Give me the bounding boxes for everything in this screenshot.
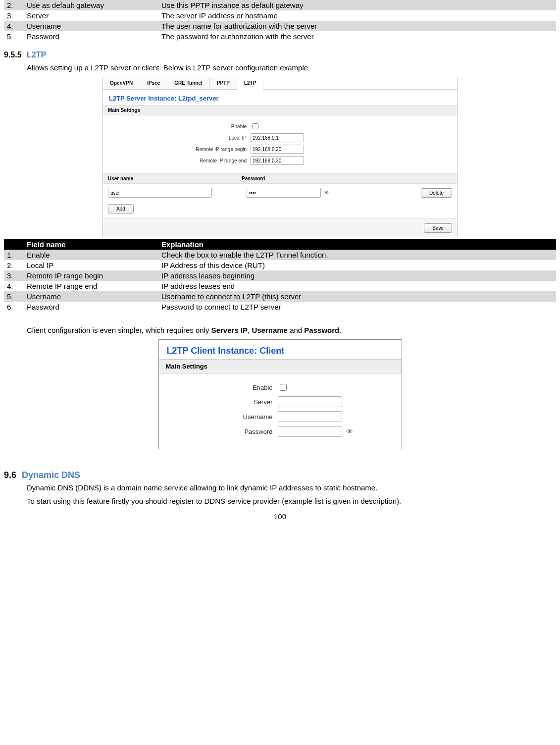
row-num: 4. [4, 21, 24, 31]
col-password: Password [242, 176, 265, 181]
row-num: 1. [4, 250, 24, 260]
table-row: 2. Local IP IP Address of this device (R… [4, 260, 556, 270]
th-field: Field name [24, 239, 158, 250]
th-exp: Explanation [158, 239, 556, 250]
text-seg: . [339, 326, 341, 334]
text-seg: Client configuration is even simpler, wh… [27, 326, 211, 334]
heading-title: L2TP [27, 51, 46, 59]
tab-ipsec[interactable]: IPsec [140, 77, 167, 89]
page-number: 100 [4, 512, 556, 521]
th-blank [4, 239, 24, 250]
row-exp: IP address leases beginning [158, 270, 556, 281]
text-bold: Servers IP [211, 326, 248, 334]
table-row: 4. Username The user name for authorizat… [4, 21, 556, 31]
client-enable-label: Enable [159, 384, 278, 391]
table-row: 6. Password Password to connect to L2TP … [4, 302, 556, 312]
table-row: 4. Remote IP range end IP address leases… [4, 281, 556, 291]
client-instance-title: L2TP Client Instance: Client [159, 340, 402, 359]
instance-title: L2TP Server Instance: L2tpd_server [103, 90, 457, 105]
row-field: Enable [24, 250, 158, 260]
row-exp: The server IP address or hostname [158, 10, 556, 21]
client-username-input[interactable] [278, 411, 342, 422]
client-enable-checkbox[interactable] [280, 384, 287, 391]
heading-num: 9.6 [4, 470, 16, 480]
row-exp: Password to connect to L2TP server [158, 302, 556, 312]
client-main-settings: Main Settings [159, 359, 402, 373]
table-row: 2. Use as default gateway Use this PPTP … [4, 0, 556, 10]
add-button[interactable]: Add [108, 204, 134, 213]
row-field: Use as default gateway [24, 0, 158, 10]
user-table-header: User name Password [103, 173, 457, 184]
row-exp: The user name for authorization with the… [158, 21, 556, 31]
password-input[interactable] [247, 188, 321, 198]
table-row: 5. Username Username to connect to L2TP … [4, 291, 556, 302]
vpn-tabs: OpenVPN IPsec GRE Tunnel PPTP L2TP [103, 77, 457, 90]
table-row: 5. Password The password for authorizati… [4, 31, 556, 42]
row-exp: IP address leases end [158, 281, 556, 291]
row-num: 5. [4, 31, 24, 42]
range-begin-label: Remote IP range begin [103, 147, 251, 152]
delete-button[interactable]: Delete [421, 188, 452, 198]
row-field: Remote IP range end [24, 281, 158, 291]
row-num: 3. [4, 270, 24, 281]
heading-l2tp: 9.5.5 L2TP [4, 51, 556, 59]
client-username-label: Username [159, 413, 278, 421]
table-row: 1. Enable Check the box to enable the L2… [4, 250, 556, 260]
tab-gre[interactable]: GRE Tunnel [167, 77, 209, 89]
row-exp: Username to connect to L2TP (this) serve… [158, 291, 556, 302]
enable-checkbox[interactable] [253, 123, 258, 129]
row-num: 4. [4, 281, 24, 291]
ddns-p1: Dynamic DNS (DDNS) is a domain name serv… [27, 483, 556, 492]
eye-icon[interactable]: 👁 [346, 427, 353, 435]
eye-icon[interactable]: 👁 [324, 190, 329, 196]
username-input[interactable] [108, 188, 212, 198]
local-ip-input[interactable] [251, 133, 304, 142]
row-exp: Check the box to enable the L2TP Tunnel … [158, 250, 556, 260]
tab-l2tp[interactable]: L2TP [237, 77, 263, 90]
row-num: 2. [4, 260, 24, 270]
row-num: 3. [4, 10, 24, 21]
l2tp-params-table: Field name Explanation 1. Enable Check t… [4, 239, 556, 312]
client-password-label: Password [159, 428, 278, 435]
range-end-input[interactable] [251, 156, 304, 165]
l2tp-server-screenshot: OpenVPN IPsec GRE Tunnel PPTP L2TP L2TP … [102, 77, 458, 237]
row-num: 5. [4, 291, 24, 302]
row-field: Username [24, 291, 158, 302]
user-row: 👁 Delete [103, 184, 457, 202]
range-end-label: Remote IP range end [103, 158, 251, 163]
row-field: Local IP [24, 260, 158, 270]
ddns-p2: To start using this feature firstly you … [27, 497, 556, 505]
row-exp: IP Address of this device (RUT) [158, 260, 556, 270]
row-field: Username [24, 21, 158, 31]
row-field: Password [24, 31, 158, 42]
table-row: 3. Server The server IP address or hostn… [4, 10, 556, 21]
text-bold: Username [252, 326, 288, 334]
l2tp-client-screenshot: L2TP Client Instance: Client Main Settin… [158, 339, 402, 449]
client-server-label: Server [159, 398, 278, 406]
table-row: 3. Remote IP range begin IP address leas… [4, 270, 556, 281]
row-field: Remote IP range begin [24, 270, 158, 281]
client-config-text: Client configuration is even simpler, wh… [27, 326, 556, 334]
row-exp: Use this PPTP instance as default gatewa… [158, 0, 556, 10]
enable-label: Enable [103, 124, 251, 129]
row-exp: The password for authorization with the … [158, 31, 556, 42]
local-ip-label: Local IP [103, 135, 251, 141]
client-password-input[interactable] [278, 426, 342, 437]
range-begin-input[interactable] [251, 145, 304, 154]
row-num: 2. [4, 0, 24, 10]
row-field: Server [24, 10, 158, 21]
main-settings-header: Main Settings [103, 105, 457, 115]
heading-title: Dynamic DNS [22, 470, 80, 480]
text-bold: Password [304, 326, 339, 334]
save-button[interactable]: Save [424, 223, 452, 233]
row-field: Password [24, 302, 158, 312]
pptp-params-table: 2. Use as default gateway Use this PPTP … [4, 0, 556, 42]
col-username: User name [108, 176, 242, 181]
tab-pptp[interactable]: PPTP [210, 77, 237, 89]
client-server-input[interactable] [278, 396, 342, 407]
tab-openvpn[interactable]: OpenVPN [103, 77, 140, 89]
heading-ddns: 9.6 Dynamic DNS [4, 470, 556, 480]
heading-num: 9.5.5 [4, 51, 22, 59]
l2tp-intro: Allows setting up a L2TP server or clien… [27, 63, 556, 72]
text-seg: and [288, 326, 304, 334]
